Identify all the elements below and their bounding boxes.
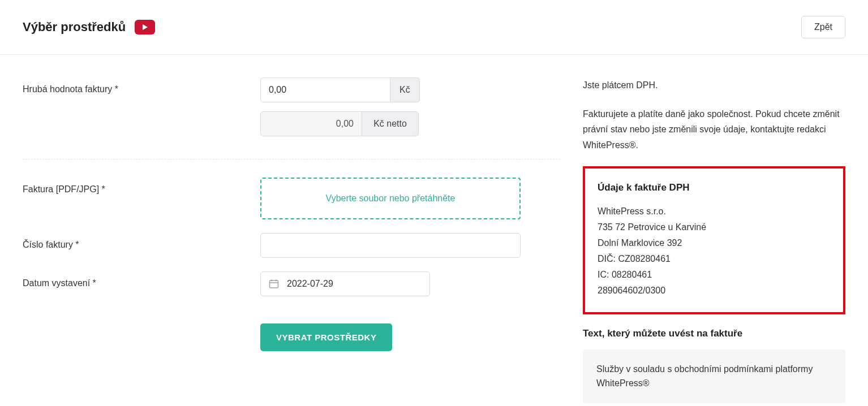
row-gross: Hrubá hodnota faktury * Kč Kč netto	[23, 77, 560, 145]
detail-account: 289064602/0300	[598, 283, 831, 299]
youtube-icon[interactable]	[135, 20, 155, 34]
field-gross: Kč Kč netto	[260, 77, 560, 145]
detail-zip-city: 735 72 Petrovice u Karviné	[598, 219, 831, 235]
company-info-text: Fakturujete a platíte daně jako společno…	[583, 106, 845, 153]
title-wrap: Výběr prostředků	[23, 20, 155, 34]
note-heading: Text, který můžete uvést na faktuře	[583, 328, 845, 339]
invoice-details-box: Údaje k faktuře DPH WhitePress s.r.o. 73…	[583, 166, 845, 314]
gross-input[interactable]	[260, 77, 390, 102]
field-file: Vyberte soubor nebo přetáhněte	[260, 178, 560, 219]
row-file: Faktura [PDF/JPG] * Vyberte soubor nebo …	[23, 178, 560, 219]
submit-button[interactable]: VYBRAT PROSTŘEDKY	[260, 323, 392, 351]
label-invoice-number: Číslo faktury *	[23, 233, 260, 250]
svg-rect-1	[270, 280, 278, 288]
field-submit: VYBRAT PROSTŘEDKY	[260, 310, 560, 351]
page-header: Výběr prostředků Zpět	[0, 0, 868, 55]
vat-status-text: Jste plátcem DPH.	[583, 77, 845, 93]
date-value: 2022-07-29	[287, 279, 333, 289]
sidebar-column: Jste plátcem DPH. Fakturujete a platíte …	[583, 77, 845, 403]
field-invoice-number	[260, 233, 560, 258]
detail-dic: DIČ: CZ08280461	[598, 251, 831, 267]
row-submit: VYBRAT PROSTŘEDKY	[23, 310, 560, 351]
netto-input	[260, 111, 362, 136]
back-button[interactable]: Zpět	[801, 16, 845, 38]
file-dropzone[interactable]: Vyberte soubor nebo přetáhněte	[260, 178, 521, 219]
divider	[23, 159, 560, 159]
svg-marker-0	[143, 24, 148, 30]
form-column: Hrubá hodnota faktury * Kč Kč netto Fakt…	[23, 77, 560, 403]
detail-ic: IC: 08280461	[598, 267, 831, 283]
note-box: Služby v souladu s obchodními podmínkami…	[583, 349, 845, 403]
label-date: Datum vystavení *	[23, 271, 260, 288]
row-invoice-number: Číslo faktury *	[23, 233, 560, 258]
label-file: Faktura [PDF/JPG] *	[23, 178, 260, 195]
label-gross: Hrubá hodnota faktury *	[23, 77, 260, 94]
date-input[interactable]: 2022-07-29	[260, 271, 430, 296]
detail-street: Dolní Marklovice 392	[598, 235, 831, 251]
netto-suffix: Kč netto	[362, 111, 419, 136]
gross-input-group: Kč	[260, 77, 560, 102]
gross-suffix: Kč	[390, 77, 420, 102]
label-empty	[23, 310, 260, 317]
calendar-icon	[269, 279, 279, 289]
field-date: 2022-07-29	[260, 271, 560, 296]
page-title: Výběr prostředků	[23, 20, 126, 34]
detail-company: WhitePress s.r.o.	[598, 204, 831, 219]
netto-input-group: Kč netto	[260, 111, 560, 136]
content: Hrubá hodnota faktury * Kč Kč netto Fakt…	[0, 55, 868, 406]
invoice-number-input[interactable]	[260, 233, 521, 258]
row-date: Datum vystavení * 2022-07-29	[23, 271, 560, 296]
invoice-details-heading: Údaje k faktuře DPH	[598, 182, 831, 193]
